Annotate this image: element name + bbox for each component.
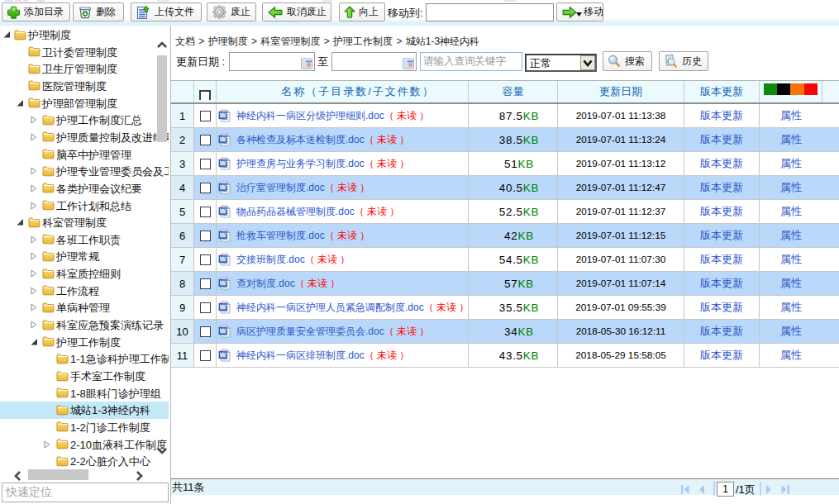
svg-text:W: W (220, 231, 226, 239)
svg-text:W: W (220, 112, 226, 119)
svg-text:W: W (220, 207, 226, 215)
svg-text:W: W (220, 303, 226, 311)
svg-text:W: W (220, 183, 226, 191)
svg-text:W: W (220, 279, 226, 287)
svg-text:W: W (220, 136, 226, 143)
svg-text:W: W (220, 327, 226, 335)
svg-text:W: W (220, 159, 226, 167)
svg-text:W: W (220, 255, 226, 263)
svg-text:W: W (220, 351, 226, 359)
